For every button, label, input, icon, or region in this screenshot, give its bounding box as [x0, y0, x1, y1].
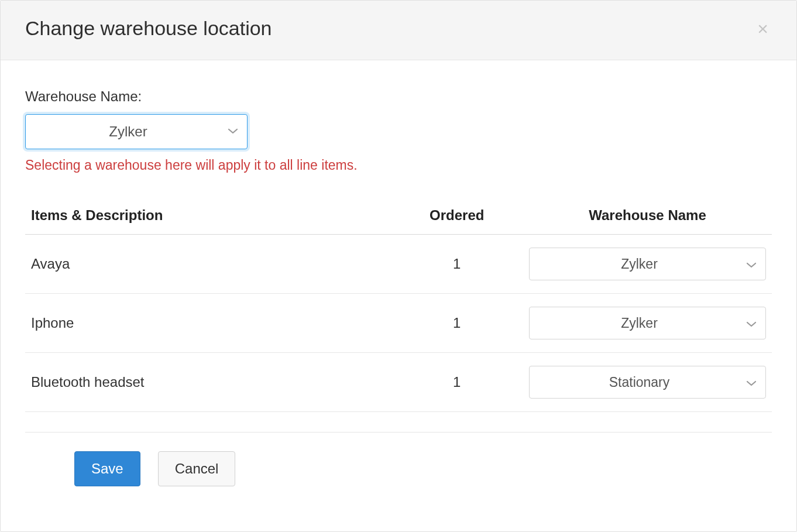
item-ordered: 1 — [391, 294, 523, 353]
warehouse-helper-text: Selecting a warehouse here will apply it… — [25, 157, 772, 173]
item-name: Avaya — [25, 235, 391, 294]
header-ordered: Ordered — [391, 207, 523, 235]
row-warehouse-select-wrap: Stationary — [529, 366, 766, 399]
row-warehouse-select-wrap: Zylker — [529, 307, 766, 339]
modal-header: Change warehouse location × — [1, 1, 796, 60]
table-row: Bluetooth headset 1 Stationary — [25, 353, 772, 412]
cancel-button[interactable]: Cancel — [158, 451, 236, 486]
modal-footer: Save Cancel — [25, 433, 772, 510]
item-name: Iphone — [25, 294, 391, 353]
item-name: Bluetooth headset — [25, 353, 391, 412]
warehouse-select[interactable]: Zylker — [25, 114, 248, 149]
table-header-row: Items & Description Ordered Warehouse Na… — [25, 207, 772, 235]
modal-body: Warehouse Name: Zylker Selecting a wareh… — [1, 60, 796, 531]
warehouse-name-label: Warehouse Name: — [25, 88, 772, 105]
row-warehouse-value: Stationary — [609, 375, 670, 390]
row-warehouse-value: Zylker — [621, 315, 658, 331]
header-warehouse: Warehouse Name — [523, 207, 772, 235]
table-row: Avaya 1 Zylker — [25, 235, 772, 294]
close-button[interactable]: × — [754, 19, 772, 38]
row-warehouse-select[interactable]: Zylker — [529, 248, 766, 280]
modal-title: Change warehouse location — [25, 17, 272, 40]
table-row: Iphone 1 Zylker — [25, 294, 772, 353]
items-table: Items & Description Ordered Warehouse Na… — [25, 207, 772, 412]
close-icon: × — [757, 18, 768, 39]
item-ordered: 1 — [391, 353, 523, 412]
warehouse-select-wrap: Zylker — [25, 114, 248, 149]
header-items: Items & Description — [25, 207, 391, 235]
item-ordered: 1 — [391, 235, 523, 294]
save-button[interactable]: Save — [74, 451, 140, 486]
row-warehouse-select[interactable]: Zylker — [529, 307, 766, 339]
warehouse-select-value: Zylker — [109, 123, 147, 139]
row-warehouse-value: Zylker — [621, 256, 658, 272]
row-warehouse-select-wrap: Zylker — [529, 248, 766, 280]
change-warehouse-modal: Change warehouse location × Warehouse Na… — [0, 0, 797, 532]
row-warehouse-select[interactable]: Stationary — [529, 366, 766, 399]
